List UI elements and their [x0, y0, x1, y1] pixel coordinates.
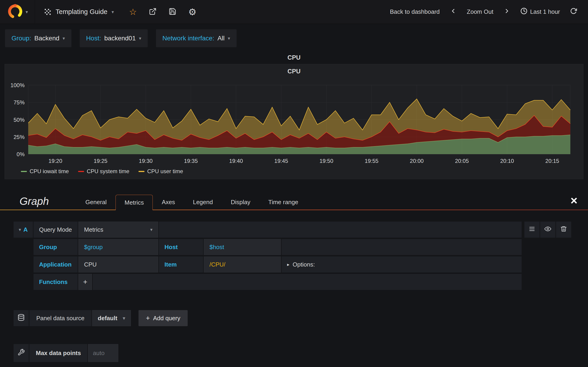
svg-text:19:35: 19:35	[184, 158, 198, 164]
dashboard-title-button[interactable]: Templating Guide ▾	[35, 0, 123, 24]
panel-datasource-label: Panel data source	[29, 310, 91, 326]
chevron-left-icon	[450, 8, 457, 16]
dashboard-title: Templating Guide	[56, 8, 107, 16]
svg-text:75%: 75%	[14, 99, 25, 106]
legend-item[interactable]: CPU system time	[78, 168, 129, 175]
cpu-stacked-area-chart[interactable]: 0%25%50%75%100%19:2019:2519:3019:3519:40…	[5, 77, 583, 168]
options-label: Options:	[293, 261, 315, 268]
grafana-logo-icon	[7, 3, 24, 21]
save-dashboard-button[interactable]	[163, 0, 182, 24]
trash-icon	[560, 225, 567, 234]
svg-text:19:40: 19:40	[229, 158, 243, 164]
close-editor-button[interactable]: ×	[571, 194, 578, 206]
query-mode-label: Query Mode	[34, 222, 78, 238]
svg-text:20:05: 20:05	[455, 158, 469, 164]
tab-time-range[interactable]: Time range	[259, 194, 307, 210]
item-field-value[interactable]: /CPU/	[204, 257, 281, 273]
toggle-query-visibility-button[interactable]	[540, 222, 555, 238]
group-field-value[interactable]: $group	[78, 239, 158, 255]
variable-group-value: Backend	[35, 35, 60, 42]
tab-axes[interactable]: Axes	[153, 194, 184, 210]
wrench-icon-cell	[14, 344, 29, 362]
query-row-spacer	[159, 222, 522, 238]
chevron-down-icon: ▾	[123, 315, 125, 321]
variable-netif-dropdown[interactable]: Network interface: All ▾	[156, 29, 237, 47]
refresh-button[interactable]	[565, 0, 582, 24]
tab-general[interactable]: General	[77, 194, 116, 210]
add-query-button[interactable]: + Add query	[138, 310, 188, 326]
svg-text:0%: 0%	[17, 151, 25, 157]
add-query-label: Add query	[153, 315, 180, 322]
save-icon	[169, 8, 176, 16]
variable-group-label: Group:	[11, 35, 31, 42]
functions-label: Functions	[34, 274, 78, 290]
datasource-select[interactable]: default ▾	[92, 310, 131, 326]
cpu-graph-panel: CPU 0%25%50%75%100%19:2019:2519:3019:351…	[5, 64, 583, 179]
panel-type-title: Graph	[19, 195, 49, 210]
chevron-down-icon: ▾	[139, 35, 141, 41]
query-editor: ▾ A Query Mode Metrics ▾	[14, 222, 571, 290]
dashboard-settings-button[interactable]: ⚙	[182, 0, 203, 24]
query-row-group-host: Group $group Host $host	[34, 239, 522, 255]
wrench-icon	[17, 349, 25, 358]
tab-display[interactable]: Display	[222, 194, 259, 210]
svg-text:19:45: 19:45	[274, 158, 288, 164]
svg-text:19:50: 19:50	[320, 158, 333, 164]
legend-item[interactable]: CPU iowait time	[21, 168, 69, 175]
time-shift-forward-button[interactable]	[498, 0, 515, 24]
chevron-down-icon: ▾	[150, 227, 153, 232]
chevron-down-icon: ▾	[26, 9, 28, 15]
tab-legend[interactable]: Legend	[184, 194, 222, 210]
query-row-application-item: Application CPU Item /CPU/ ▸ Options:	[34, 257, 522, 273]
svg-text:100%: 100%	[10, 82, 25, 88]
star-dashboard-button[interactable]: ☆	[123, 0, 143, 24]
variable-netif-value: All	[217, 35, 225, 42]
menu-icon	[528, 225, 536, 234]
application-field-value[interactable]: CPU	[78, 257, 158, 273]
host-field-value[interactable]: $host	[204, 239, 281, 255]
chevron-right-icon: ▸	[287, 262, 289, 267]
item-field-label: Item	[159, 257, 203, 273]
query-mode-select[interactable]: Metrics ▾	[78, 222, 158, 238]
clock-icon	[520, 8, 527, 16]
variable-host-dropdown[interactable]: Host: backend01 ▾	[80, 29, 148, 47]
star-icon: ☆	[129, 8, 137, 16]
tab-metrics[interactable]: Metrics	[115, 195, 153, 210]
query-row-functions: Functions +	[34, 274, 522, 290]
query-row-a: ▾ A Query Mode Metrics ▾	[14, 222, 571, 238]
svg-text:20:00: 20:00	[410, 158, 424, 164]
chevron-down-icon: ▾	[228, 35, 230, 41]
query-collapse-toggle[interactable]: ▾ A	[14, 222, 33, 238]
zoom-out-button[interactable]: Zoom Out	[462, 0, 498, 24]
legend-series-label: CPU iowait time	[30, 168, 69, 175]
navbar: ▾ Templating Guide ▾ ☆	[0, 0, 588, 24]
time-shift-back-button[interactable]	[445, 0, 462, 24]
chevron-down-icon: ▾	[63, 35, 65, 41]
chevron-right-icon	[503, 8, 510, 16]
legend-series-swatch	[78, 171, 84, 172]
time-range-picker[interactable]: Last 1 hour	[515, 0, 565, 24]
delete-query-button[interactable]	[556, 222, 571, 238]
legend-series-label: CPU system time	[87, 168, 129, 175]
svg-text:19:25: 19:25	[94, 158, 107, 164]
add-function-button[interactable]: +	[78, 274, 92, 290]
refresh-icon	[570, 8, 577, 16]
legend-series-swatch	[138, 171, 145, 172]
max-data-points-input[interactable]	[88, 344, 118, 362]
svg-text:19:30: 19:30	[139, 158, 153, 164]
query-menu-button[interactable]	[524, 222, 540, 238]
variable-group-dropdown[interactable]: Group: Backend ▾	[5, 29, 71, 47]
grafana-app: ▾ Templating Guide ▾ ☆	[0, 0, 588, 362]
grafana-menu-button[interactable]: ▾	[0, 0, 35, 24]
query-row-spacer	[93, 274, 522, 290]
legend-item[interactable]: CPU user time	[138, 168, 183, 175]
query-options-toggle[interactable]: ▸ Options:	[282, 257, 522, 273]
plus-icon: +	[146, 315, 150, 322]
share-dashboard-button[interactable]	[143, 0, 163, 24]
back-to-dashboard-button[interactable]: Back to dashboard	[385, 0, 445, 24]
host-value-text: $host	[209, 244, 224, 251]
max-data-points-row: Max data points	[14, 344, 588, 362]
svg-text:20:10: 20:10	[500, 158, 514, 164]
chart-title: CPU	[5, 64, 583, 77]
panel-header-title[interactable]: CPU	[0, 54, 588, 61]
